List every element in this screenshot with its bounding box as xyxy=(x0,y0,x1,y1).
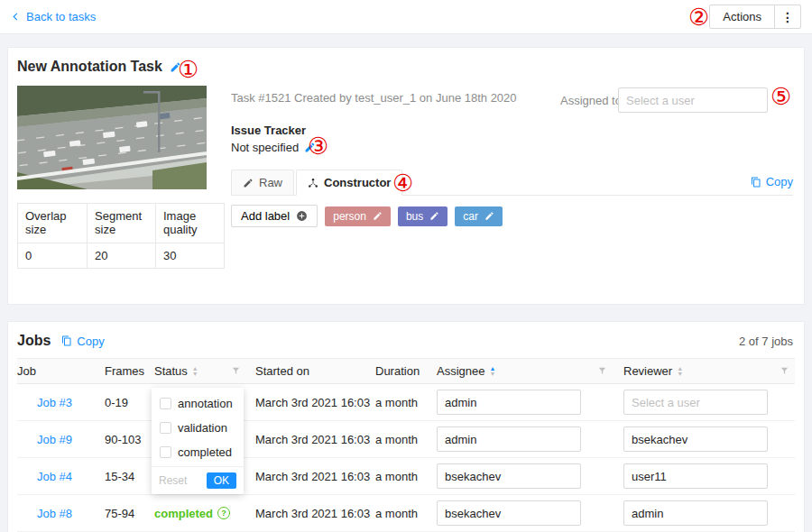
issue-tracker-value: Not specified xyxy=(231,141,299,154)
copy-label: Copy xyxy=(766,175,793,188)
column-assignee-label: Assignee xyxy=(437,364,484,378)
label-tag-car[interactable]: car xyxy=(455,206,503,226)
filter-ok-button[interactable]: OK xyxy=(207,472,236,489)
assignee-input[interactable] xyxy=(437,500,581,526)
frames-cell: 0-19 xyxy=(105,396,154,409)
sort-control[interactable]: ▲▼ xyxy=(192,366,198,377)
column-assignee: Assignee ▲▼ xyxy=(437,364,623,378)
callout-4: ④ xyxy=(392,171,413,195)
sort-control[interactable]: ▲▼ xyxy=(489,366,495,377)
tab-constructor-label: Constructor xyxy=(324,176,391,189)
checkbox[interactable] xyxy=(160,422,171,434)
filter-option-completed[interactable]: completed xyxy=(152,440,244,464)
constructor-icon xyxy=(308,178,318,188)
duration-cell: a month xyxy=(375,470,437,483)
filter-option-label: completed xyxy=(178,445,232,459)
add-label-button[interactable]: Add label xyxy=(231,205,318,227)
started-cell: March 3rd 2021 16:03 xyxy=(255,507,375,520)
reviewer-input[interactable] xyxy=(623,427,768,452)
filter-option-label: validation xyxy=(178,421,227,435)
duration-cell: a month xyxy=(375,507,437,520)
copy-labels-link[interactable]: Copy xyxy=(751,175,793,188)
back-label: Back to tasks xyxy=(26,10,96,23)
checkbox[interactable] xyxy=(160,446,171,458)
task-preview-image xyxy=(17,86,207,189)
callout-2: ② xyxy=(688,5,709,29)
jobs-title: Jobs xyxy=(17,333,51,349)
param-value: 30 xyxy=(156,243,225,269)
table-row: Job #9 90-103 March 3rd 2021 16:03 a mon… xyxy=(17,421,795,458)
filter-option-label: annotation xyxy=(178,397,233,410)
started-cell: March 3rd 2021 16:03 xyxy=(255,470,375,483)
edit-pencil-icon[interactable] xyxy=(373,211,383,221)
copy-icon xyxy=(751,177,761,188)
add-label-text: Add label xyxy=(241,209,290,223)
frames-cell: 15-34 xyxy=(105,470,154,483)
job-link[interactable]: Job #3 xyxy=(37,396,72,409)
param-header: Overlap size xyxy=(18,204,88,243)
status-filter-dropdown: annotation validation completed Reset OK xyxy=(152,388,244,494)
back-to-tasks-link[interactable]: Back to tasks xyxy=(11,10,96,23)
reviewer-input[interactable] xyxy=(623,463,768,489)
task-assignee-input[interactable] xyxy=(618,87,768,113)
assignee-input[interactable] xyxy=(437,463,581,489)
edit-pencil-icon[interactable] xyxy=(484,211,494,221)
more-menu-icon[interactable]: ⋮ xyxy=(775,5,800,28)
job-link[interactable]: Job #8 xyxy=(37,507,72,520)
table-row: Job #3 0-19 March 3rd 2021 16:03 a month xyxy=(17,384,795,421)
status-text: completed xyxy=(154,507,213,520)
column-status: Status ▲▼ xyxy=(154,364,255,378)
sort-down-icon: ▼ xyxy=(677,371,683,377)
filter-footer: Reset OK xyxy=(152,466,244,494)
task-parameters-table: Overlap size Segment size Image quality … xyxy=(17,203,225,269)
jobs-table: Job Frames Status ▲▼ Started on Duration… xyxy=(17,358,795,532)
assignee-filter-icon[interactable] xyxy=(597,366,607,376)
tab-raw[interactable]: Raw xyxy=(231,170,294,196)
jobs-table-header: Job Frames Status ▲▼ Started on Duration… xyxy=(17,358,795,384)
assignee-input[interactable] xyxy=(437,390,581,415)
reviewer-input[interactable] xyxy=(623,500,768,526)
filter-reset-button[interactable]: Reset xyxy=(159,474,187,487)
jobs-header: Jobs Copy 2 of 7 jobs xyxy=(17,333,793,349)
reviewer-input[interactable] xyxy=(623,390,768,415)
sort-down-icon: ▼ xyxy=(192,371,198,377)
edit-pencil-icon[interactable] xyxy=(429,211,439,221)
plus-circle-icon xyxy=(296,210,308,222)
label-tag-person[interactable]: person xyxy=(325,206,391,226)
job-link[interactable]: Job #4 xyxy=(37,470,72,483)
tab-constructor[interactable]: Constructor xyxy=(296,170,402,196)
status-completed: completed ? xyxy=(154,507,230,520)
label-tag-bus[interactable]: bus xyxy=(398,206,448,226)
status-cell: completed ? xyxy=(154,507,255,520)
jobs-count: 2 of 7 jobs xyxy=(739,335,793,348)
callout-1: ① xyxy=(178,58,198,81)
sort-down-icon: ▼ xyxy=(489,371,495,377)
label-tag-text: car xyxy=(463,210,478,223)
checkbox[interactable] xyxy=(160,398,171,409)
reviewer-filter-icon[interactable] xyxy=(780,366,789,376)
duration-cell: a month xyxy=(375,396,437,409)
column-reviewer-label: Reviewer xyxy=(623,364,672,378)
actions-button[interactable]: Actions xyxy=(710,5,774,28)
actions-button-group: Actions ⋮ xyxy=(709,5,801,29)
status-filter-icon[interactable] xyxy=(231,366,241,376)
copy-jobs-link[interactable]: Copy xyxy=(61,335,104,348)
job-link[interactable]: Job #9 xyxy=(37,433,72,446)
callout-3: ③ xyxy=(308,134,328,158)
assignee-input[interactable] xyxy=(437,427,581,452)
column-job: Job xyxy=(17,364,105,378)
label-tag-text: person xyxy=(333,210,366,223)
param-header: Segment size xyxy=(88,204,156,243)
table-row: Job #4 15-34 March 3rd 2021 16:03 a mont… xyxy=(17,458,795,495)
question-circle-icon[interactable]: ? xyxy=(217,507,230,519)
filter-option-validation[interactable]: validation xyxy=(152,416,244,440)
duration-cell: a month xyxy=(375,433,437,446)
column-reviewer: Reviewer ▲▼ xyxy=(623,364,795,378)
copy-label: Copy xyxy=(77,335,104,348)
filter-option-annotation[interactable]: annotation xyxy=(152,391,244,416)
jobs-card: Jobs Copy 2 of 7 jobs Job Frames Status … xyxy=(7,321,805,532)
sort-control[interactable]: ▲▼ xyxy=(677,366,683,377)
pencil-icon xyxy=(243,178,254,188)
column-duration: Duration xyxy=(375,364,437,378)
callout-5: ⑤ xyxy=(770,85,791,108)
